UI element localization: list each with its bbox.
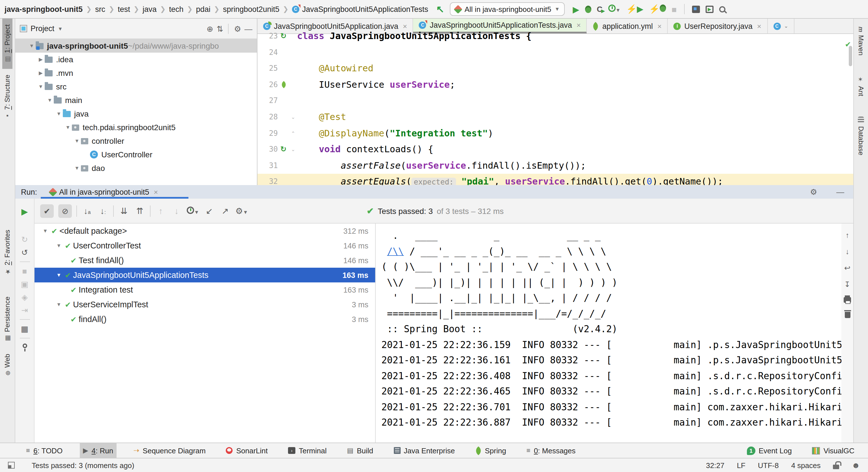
sort-alphabetically-icon[interactable]: ↓a — [82, 206, 93, 216]
tool-window-favorites[interactable]: ★ 2: Favorites — [2, 224, 12, 281]
run-with-profiler-button[interactable]: ⚡▶ — [626, 4, 643, 14]
run-configuration-select[interactable]: All in java-springboot-unit5 ▼ — [450, 2, 565, 16]
breadcrumb-test[interactable]: test — [118, 5, 130, 13]
rerun-failed-tests-icon[interactable]: ↺ — [21, 248, 28, 256]
tree-row-src[interactable]: ▼ src — [15, 80, 257, 93]
search-everywhere-button[interactable] — [719, 6, 725, 12]
clear-console-icon[interactable] — [844, 312, 850, 318]
up-arrow-icon[interactable]: ↑ — [846, 231, 849, 239]
import-test-results-icon[interactable]: ↙ — [204, 206, 215, 216]
chevron-down-icon[interactable]: ▼ — [46, 97, 54, 103]
fold-marker-icon[interactable]: ⌃ — [289, 125, 297, 141]
tool-window-ant[interactable]: ✶ Ant — [856, 70, 866, 102]
locate-file-icon[interactable]: ⊕ — [207, 24, 213, 33]
project-structure-button[interactable] — [692, 5, 700, 13]
breadcrumb-tech[interactable]: tech — [169, 5, 184, 13]
sort-by-duration-icon[interactable]: ↓: — [97, 206, 108, 216]
file-encoding[interactable]: UTF-8 — [758, 461, 779, 469]
hide-panel-icon[interactable]: — — [836, 187, 844, 196]
tree-row-java[interactable]: ▼ java — [15, 107, 257, 121]
fold-marker-icon[interactable]: ⌄ — [289, 141, 297, 158]
debug-with-profiler-button[interactable]: ⚡ — [649, 4, 666, 14]
test-row-test-findall[interactable]: ✔ Test findAll() 146 ms — [34, 253, 375, 268]
chevron-right-icon[interactable]: ▶ — [37, 70, 45, 76]
chevron-right-icon[interactable]: ▶ — [37, 57, 45, 62]
rerun-tests-button[interactable]: ▶ — [21, 207, 28, 217]
gear-icon[interactable]: ⚙ — [234, 24, 241, 33]
export-test-results-icon[interactable]: ↗ — [220, 206, 231, 216]
collapse-all-icon[interactable]: ⇅ — [216, 24, 223, 33]
breadcrumb-file[interactable]: C JavaSpringbootUnit5ApplicationTests — [292, 5, 428, 13]
tool-window-run[interactable]: ▶ 4: Run — [80, 443, 117, 458]
fold-marker-icon[interactable]: ⌄ — [289, 109, 297, 125]
line-separator[interactable]: LF — [737, 461, 745, 469]
breadcrumb-project[interactable]: java-springboot-unit5 — [4, 5, 83, 13]
print-icon[interactable] — [844, 297, 851, 303]
chevron-down-icon[interactable]: ▼ — [55, 302, 63, 307]
chevron-down-icon[interactable]: ▼ — [58, 26, 63, 31]
hide-panel-icon[interactable]: — — [244, 24, 252, 33]
tool-window-project[interactable]: ▤ 1: Project — [2, 19, 12, 69]
status-message[interactable]: Tests passed: 3 (moments ago) — [32, 461, 134, 469]
tool-window-todo[interactable]: ≡ 6: TODO — [23, 443, 66, 458]
chevron-down-icon[interactable]: ▼ — [64, 125, 72, 130]
profiler-button[interactable]: ▼ — [608, 4, 621, 13]
chevron-down-icon[interactable]: ▼ — [73, 165, 81, 171]
tree-row-package[interactable]: ▼ tech.pdai.springboot2unit5 — [15, 121, 257, 134]
tree-row-idea[interactable]: ▶ .idea — [15, 53, 257, 66]
tree-row-dao[interactable]: ▼ dao — [15, 161, 257, 175]
test-row-applicationtests[interactable]: ▼ ✔ JavaSpringbootUnit5ApplicationTests … — [34, 268, 375, 282]
pin-tab-icon[interactable] — [22, 344, 27, 348]
tool-window-structure[interactable]: ▪ 7: Structure — [2, 69, 12, 125]
restore-layout-icon[interactable]: ▦ — [21, 325, 28, 333]
code-editor[interactable]: 23 ↻ class JavaSpringbootUnit5Applicatio… — [257, 28, 853, 185]
test-runner-settings-button[interactable]: ⚙▼ — [236, 206, 248, 216]
run-test-gutter-icon[interactable]: ↻ — [280, 32, 287, 40]
tool-window-messages[interactable]: ≡ 0: Messages — [523, 443, 579, 458]
scroll-to-end-icon[interactable]: ↧ — [844, 281, 850, 288]
test-row-integration-test[interactable]: ✔ Integration test 163 ms — [34, 282, 375, 297]
tree-row-root[interactable]: ▼ java-springboot-unit5 ~/pdai/www/java-… — [15, 39, 257, 53]
tree-row-main[interactable]: ▼ main — [15, 93, 257, 107]
tool-window-web[interactable]: ⊕ Web — [2, 348, 12, 381]
tool-window-sonarlint[interactable]: SonarLint — [223, 443, 271, 458]
soft-wrap-icon[interactable]: ↩ — [844, 264, 850, 272]
tree-row-mvn[interactable]: ▶ .mvn — [15, 66, 257, 80]
chevron-down-icon[interactable]: ▼ — [55, 243, 63, 248]
tool-window-java-enterprise[interactable]: Java Enterprise — [390, 443, 458, 458]
gradle-face-icon[interactable]: ☻ — [852, 461, 860, 470]
breadcrumb-pdai[interactable]: pdai — [196, 5, 211, 13]
console-link[interactable]: /\\ — [387, 246, 404, 257]
expand-all-icon[interactable]: ⇊ — [118, 206, 130, 216]
visualgc-button[interactable]: VisualGC — [809, 443, 858, 458]
run-tab[interactable]: All in java-springboot-unit5 × — [50, 188, 158, 196]
tool-window-terminal[interactable]: › Terminal — [285, 443, 330, 458]
tool-window-build[interactable]: ▤ Build — [344, 443, 377, 458]
spring-bean-gutter-icon[interactable] — [280, 81, 287, 88]
test-console-output[interactable]: . ____ _ __ _ _ /\\ / ___'_ __ _ _(_)_ _… — [376, 224, 841, 443]
unlock-icon[interactable] — [833, 465, 839, 469]
tree-row-controller[interactable]: ▼ controller — [15, 134, 257, 148]
tree-row-usercontroller[interactable]: C UserController — [15, 148, 257, 161]
show-passed-toggle[interactable]: ✔ — [40, 204, 54, 218]
tool-window-switcher-icon[interactable] — [8, 462, 15, 469]
test-row-default-package[interactable]: ▼ ✔ <default package> 312 ms — [34, 224, 375, 238]
run-with-coverage-button[interactable]: C — [597, 4, 602, 13]
test-row-usercontrollertest[interactable]: ▼ ✔ UserControllerTest 146 ms — [34, 238, 375, 253]
collapse-all-icon[interactable]: ⇈ — [134, 206, 146, 216]
caret-position[interactable]: 32:27 — [706, 461, 724, 469]
test-history-button[interactable]: ▼ — [187, 206, 199, 215]
chevron-down-icon[interactable]: ▼ — [73, 138, 81, 144]
close-icon[interactable]: × — [154, 188, 158, 196]
chevron-down-icon[interactable]: ▼ — [28, 43, 36, 49]
gear-icon[interactable]: ⚙ — [810, 187, 817, 196]
editor-scrollbar[interactable] — [849, 46, 852, 66]
breadcrumb-java[interactable]: java — [143, 5, 157, 13]
tool-window-database[interactable]: Database — [856, 111, 866, 161]
down-arrow-icon[interactable]: ↓ — [846, 248, 849, 255]
tool-window-sequence-diagram[interactable]: ⇢ Sequence Diagram — [130, 443, 209, 458]
indent-setting[interactable]: 4 spaces — [791, 461, 820, 469]
test-row-userserviceimpltest[interactable]: ▼ ✔ UserServiceImplTest 3 ms — [34, 297, 375, 312]
breadcrumb-src[interactable]: src — [95, 5, 105, 13]
run-button[interactable]: ▶ — [572, 5, 579, 13]
